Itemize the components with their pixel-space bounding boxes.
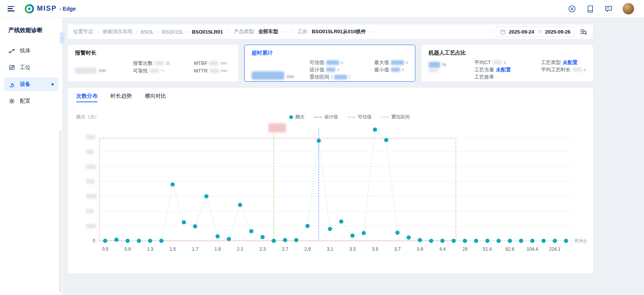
breadcrumb-bsol[interactable]: BSOL xyxy=(141,29,154,35)
breadcrumb-current-node[interactable]: BSO015LR01 xyxy=(192,29,223,35)
card-overtime-total[interactable]: 超时累计 min 可信值s 设计值s 置信区间[] 最大值s 最小值s xyxy=(244,45,415,82)
sidebar-scrollbar[interactable] xyxy=(59,130,61,292)
product-type-value[interactable]: 全部车型 xyxy=(258,28,278,35)
filter-search-icon[interactable] xyxy=(579,27,588,36)
redacted-value xyxy=(75,68,96,74)
x-tick-label: 82.6 xyxy=(505,247,514,252)
x-tick-label: 0.9 xyxy=(125,247,131,252)
x-tick-label: 2.7 xyxy=(282,247,288,252)
active-indicator-dot xyxy=(51,83,54,85)
frequency-data-point xyxy=(452,239,456,243)
frequency-data-point xyxy=(159,239,163,243)
redacted-value xyxy=(391,60,404,65)
redacted-value xyxy=(429,69,438,72)
date-separator: To xyxy=(537,29,542,34)
legend-dash-marker xyxy=(381,117,389,118)
sidebar-item-line[interactable]: 线体 xyxy=(4,44,58,58)
sidebar-item-config[interactable]: 配置 xyxy=(4,94,58,108)
sidebar-item-station[interactable]: 工位 xyxy=(4,61,58,74)
metric-label: 工艺类型 xyxy=(541,60,561,65)
user-avatar[interactable] xyxy=(623,3,634,15)
legend-design-value[interactable]: 设计值 xyxy=(314,114,338,120)
legend-frequency[interactable]: 频次 xyxy=(289,114,304,120)
frequency-data-point xyxy=(216,234,220,239)
frequency-data-point xyxy=(137,239,141,243)
frequency-data-point xyxy=(171,182,175,187)
not-configured-link[interactable]: 未配置 xyxy=(563,60,578,65)
breadcrumb-bso015l[interactable]: BSO015L xyxy=(162,29,183,35)
menu-toggle-icon[interactable] xyxy=(8,6,15,11)
chart-panel: 次数分布 时长趋势 横向对比 频次（次） 频次 设计值 可信值 xyxy=(68,88,593,273)
redacted-y-tick xyxy=(86,179,95,184)
docs-icon[interactable] xyxy=(586,5,594,13)
date-range-picker[interactable]: 2025-09-24 To 2025-09-26 xyxy=(496,26,575,37)
step-value[interactable]: BSO015LR01从010抓件 xyxy=(312,28,366,35)
location-label: 位置节点: xyxy=(73,28,95,35)
sidebar-item-equipment[interactable]: 设备 xyxy=(4,77,58,91)
chevron-right-icon[interactable]: › xyxy=(282,29,283,34)
frequency-data-point xyxy=(553,239,557,243)
breadcrumb-workshop[interactable]: 效能演示车间 xyxy=(103,28,132,35)
sidebar-title: 产线效能诊断 xyxy=(0,18,62,34)
line-flow-icon xyxy=(8,47,15,54)
frequency-data-point xyxy=(272,239,276,243)
x-tick-label: 29 xyxy=(462,247,468,252)
app-logo: MISP - Edge xyxy=(24,4,76,14)
legend-confidence-interval[interactable]: 置信区间 xyxy=(381,114,410,120)
robot-arm-icon xyxy=(8,81,15,88)
y-axis-title: 频次（次） xyxy=(76,114,160,120)
redacted-y-tick xyxy=(86,194,97,198)
sidebar: 产线效能诊断 线体 工位 设备 配置 xyxy=(0,18,62,295)
frequency-data-point xyxy=(463,239,467,243)
date-from[interactable]: 2025-09-24 xyxy=(509,29,534,35)
frequency-data-point xyxy=(238,203,242,207)
x-tick-label: 1.5 xyxy=(170,247,176,252)
card-robot-process-ratio[interactable]: 机器人工艺占比 % 平均CTs 工艺当量未配置 工艺效率 工艺类型未配置 平均工 xyxy=(421,45,593,82)
chevron-right-icon[interactable]: › xyxy=(369,29,371,34)
frequency-data-point xyxy=(508,239,512,243)
message-icon[interactable] xyxy=(604,5,613,13)
tab-duration-trend[interactable]: 时长趋势 xyxy=(111,88,132,105)
sidebar-collapse-button[interactable]: ‹ xyxy=(60,32,65,44)
sidebar-item-label: 配置 xyxy=(20,98,30,105)
x-tick-label: 3.7 xyxy=(394,247,401,252)
chart-legend: 频次 设计值 可信值 置信区间 xyxy=(160,114,539,120)
redacted-y-tick xyxy=(86,150,94,154)
chevron-right-icon: › xyxy=(98,29,99,34)
product-type-label: 产品类型: xyxy=(234,28,255,35)
redacted-value xyxy=(429,62,440,68)
x-tick-label: 1.7 xyxy=(192,247,199,252)
frequency-data-point xyxy=(362,231,366,235)
frequency-data-point xyxy=(530,239,535,243)
redacted-value xyxy=(150,69,159,73)
card-title: 机器人工艺占比 xyxy=(429,50,586,56)
frequency-data-point xyxy=(148,239,152,243)
frequency-data-point xyxy=(351,234,355,238)
metric-label: MTTR xyxy=(194,68,208,74)
not-configured-link[interactable]: 未配置 xyxy=(496,67,511,73)
legend-trusted-value[interactable]: 可信值 xyxy=(348,114,372,120)
redacted-value xyxy=(252,71,284,80)
card-alarm-duration[interactable]: 报警时长 min 报警次数次 可靠性% MTBFmin MTTRmin xyxy=(68,45,238,82)
x-tick-label: 3.3 xyxy=(349,247,356,252)
logo-mark-icon xyxy=(24,4,34,14)
filter-bar: 位置节点: › 效能演示车间 › BSOL › BSO015L › BSO015… xyxy=(68,24,593,39)
tab-horizontal-compare[interactable]: 横向对比 xyxy=(145,88,166,105)
redacted-value xyxy=(155,61,164,65)
chevron-right-icon: › xyxy=(157,29,159,34)
x-tick-label: 2.9 xyxy=(304,247,311,252)
tab-count-distribution[interactable]: 次数分布 xyxy=(76,88,98,105)
gear-icon xyxy=(8,98,15,105)
step-label: 工步: xyxy=(297,28,309,35)
frequency-data-point xyxy=(294,238,298,242)
redacted-value xyxy=(493,60,502,64)
frequency-data-point xyxy=(283,238,287,242)
metric-label: MTBF xyxy=(194,60,207,66)
help-icon[interactable] xyxy=(568,5,576,13)
date-to[interactable]: 2025-09-26 xyxy=(545,29,571,35)
metric-label: 最小值 xyxy=(374,67,389,73)
divider xyxy=(228,29,229,35)
frequency-data-point xyxy=(114,238,119,242)
frequency-data-point xyxy=(261,235,265,239)
x-tick-label: 104.4 xyxy=(527,247,538,252)
